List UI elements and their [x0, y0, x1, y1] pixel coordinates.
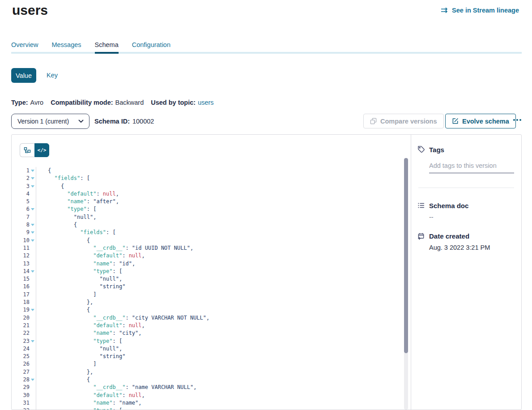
code-text: ]	[36, 291, 404, 299]
value-toggle-button[interactable]: Value	[11, 68, 36, 83]
code-line: 12 "default": null,	[12, 252, 404, 260]
code-line: 19 {	[12, 306, 404, 314]
code-text: "__crdb__": "id UUID NOT NULL",	[36, 244, 404, 252]
fold-toggle-icon[interactable]	[31, 239, 34, 242]
date-created-heading: Date created	[429, 232, 469, 240]
code-line: 27 },	[12, 368, 404, 376]
view-toggle: </>	[20, 143, 49, 157]
tag-icon	[417, 145, 425, 155]
code-line: 7 "null",	[12, 214, 404, 221]
line-number: 28	[12, 376, 30, 384]
code-line: 16 "string"	[12, 283, 404, 290]
code-text: ]	[36, 360, 404, 368]
version-select-value: Version 1 (current)	[17, 118, 69, 125]
code-text: },	[36, 299, 404, 306]
schema-meta-row: Type:Avro Compatibility mode:Backward Us…	[11, 99, 214, 106]
code-text: "type": [	[36, 407, 404, 410]
fold-toggle-icon[interactable]	[31, 231, 34, 234]
code-line: 24 "null",	[12, 345, 404, 353]
code-line: 11 "__crdb__": "id UUID NOT NULL",	[12, 244, 404, 252]
line-number: 2	[12, 175, 30, 182]
line-number: 23	[12, 337, 30, 345]
fold-toggle-icon[interactable]	[31, 270, 34, 273]
editor-scrollbar-thumb[interactable]	[404, 158, 408, 353]
fold-toggle-icon[interactable]	[31, 208, 34, 210]
fold-toggle-icon[interactable]	[31, 309, 34, 311]
topic-link[interactable]: users	[198, 99, 213, 106]
stream-lineage-icon	[441, 7, 449, 13]
code-view-button[interactable]: </>	[34, 143, 49, 157]
schema-page: users See in Stream lineage OverviewMess…	[0, 0, 532, 410]
code-text: "null",	[36, 345, 404, 353]
version-select[interactable]: Version 1 (current)	[11, 114, 89, 129]
line-number: 3	[12, 183, 30, 190]
page-title: users	[12, 3, 48, 18]
chevron-down-icon	[78, 120, 84, 123]
code-text: "string"	[36, 283, 404, 290]
code-text: "null",	[36, 214, 404, 221]
code-line: 14 "type": [	[12, 268, 404, 275]
code-text: "fields": [	[36, 175, 404, 182]
code-line: 30 "default": null,	[12, 392, 404, 399]
schema-id-label: Schema ID:	[94, 118, 130, 125]
code-view-icon: </>	[38, 147, 47, 153]
code-text: "default": null,	[36, 322, 404, 329]
code-line: 4 "default": null,	[12, 190, 404, 198]
fold-toggle-icon[interactable]	[31, 185, 34, 188]
fold-toggle-icon[interactable]	[31, 170, 34, 172]
tab-overview[interactable]: Overview	[11, 41, 38, 54]
tab-schema[interactable]: Schema	[95, 41, 119, 54]
line-number: 6	[12, 205, 30, 213]
fold-toggle-icon[interactable]	[31, 340, 34, 342]
code-line: 2 "fields": [	[12, 175, 404, 182]
code-line: 21 "default": null,	[12, 322, 404, 329]
fold-toggle-icon[interactable]	[31, 177, 34, 179]
line-number: 7	[12, 214, 30, 221]
tab-messages[interactable]: Messages	[51, 41, 81, 54]
schema-id-value: 100002	[132, 118, 154, 125]
schema-id: Schema ID: 100002	[94, 118, 154, 125]
compare-versions-button[interactable]: Compare versions	[363, 114, 444, 128]
line-number: 13	[12, 260, 30, 268]
more-actions-button[interactable]	[513, 119, 521, 121]
fold-toggle-icon[interactable]	[31, 379, 34, 381]
tags-input[interactable]	[429, 158, 514, 173]
key-toggle-link[interactable]: Key	[47, 72, 58, 79]
code-line: 6 "type": [	[12, 205, 404, 213]
code-lines: 1{2 "fields": [3 {4 "default": null,5 "n…	[12, 167, 404, 410]
fold-toggle-icon[interactable]	[31, 224, 34, 226]
code-line: 3 {	[12, 183, 404, 190]
evolve-schema-icon	[452, 118, 459, 124]
evolve-schema-button[interactable]: Evolve schema	[445, 114, 516, 128]
code-line: 32 "type": [	[12, 407, 404, 410]
code-line: 29 "__crdb__": "name VARCHAR NULL",	[12, 384, 404, 391]
tree-view-icon	[24, 147, 31, 154]
code-line: 22 "name": "city",	[12, 329, 404, 337]
line-number: 27	[12, 368, 30, 376]
type-value: Avro	[30, 99, 44, 106]
line-number: 10	[12, 237, 30, 244]
line-number: 15	[12, 275, 30, 283]
line-number: 25	[12, 353, 30, 360]
code-text: "__crdb__": "name VARCHAR NULL",	[36, 384, 404, 391]
line-number: 12	[12, 252, 30, 260]
compare-versions-icon	[370, 118, 377, 124]
tree-view-button[interactable]	[20, 143, 34, 157]
line-number: 22	[12, 329, 30, 337]
line-number: 26	[12, 360, 30, 368]
type-label: Type:	[11, 99, 28, 106]
tab-configuration[interactable]: Configuration	[132, 41, 170, 54]
compatibility-label: Compatibility mode:	[51, 99, 113, 106]
code-text: "type": [	[36, 268, 404, 275]
schema-sidebar: Tags Schema doc -- Date created	[411, 135, 521, 410]
schema-doc-heading: Schema doc	[429, 202, 468, 209]
code-line: 8 {	[12, 221, 404, 229]
code-line: 13 "name": "id",	[12, 260, 404, 268]
code-text: {	[36, 183, 404, 190]
stream-lineage-link[interactable]: See in Stream lineage	[441, 7, 519, 14]
more-icon	[513, 119, 515, 121]
line-number: 4	[12, 190, 30, 198]
code-text: {	[36, 306, 404, 314]
compare-versions-label: Compare versions	[380, 118, 437, 125]
line-number: 18	[12, 299, 30, 306]
